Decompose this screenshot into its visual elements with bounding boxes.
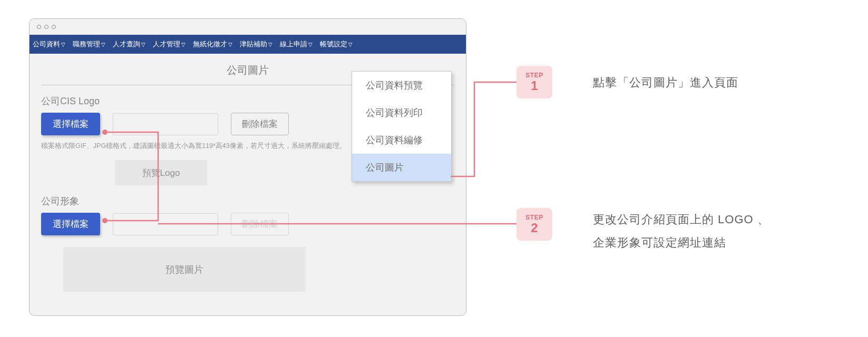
section-label-image: 公司形象 — [41, 195, 454, 207]
traffic-dot — [44, 25, 48, 29]
main-navbar: 公司資料▽ 職務管理▽ 人才查詢▽ 人才管理▽ 無紙化徵才▽ 津貼補助▽ 線上申… — [30, 35, 466, 54]
preview-image-box: 預覽圖片 — [63, 247, 306, 292]
nav-item-job-mgmt[interactable]: 職務管理▽ — [73, 39, 105, 49]
traffic-dot — [52, 25, 56, 29]
dropdown-item-print[interactable]: 公司資料列印 — [352, 99, 451, 126]
chevron-down-icon: ▽ — [348, 42, 353, 47]
choose-file-image-button[interactable]: 選擇檔案 — [41, 213, 100, 235]
dropdown-item-edit[interactable]: 公司資料編修 — [352, 126, 451, 154]
step-number-2: 2 — [531, 221, 538, 235]
chevron-down-icon: ▽ — [181, 42, 186, 47]
step-badge-2: STEP 2 — [516, 208, 552, 241]
delete-file-cis-button[interactable]: 刪除檔案 — [231, 113, 289, 135]
step-label: STEP — [525, 72, 543, 79]
file-slot-cis[interactable] — [113, 113, 218, 135]
dropdown-item-preview[interactable]: 公司資料預覽 — [352, 72, 451, 99]
step-badge-1: STEP 1 — [516, 66, 552, 98]
nav-item-subsidy[interactable]: 津貼補助▽ — [240, 39, 272, 49]
caption-step-2: 更改公司介紹頁面上的 LOGO 、 企業形象可設定網址連結 — [593, 208, 769, 254]
nav-item-paperless[interactable]: 無紙化徵才▽ — [193, 39, 232, 49]
step-number-1: 1 — [531, 79, 538, 93]
chevron-down-icon: ▽ — [141, 42, 145, 47]
nav-item-talent-search[interactable]: 人才查詢▽ — [113, 39, 145, 49]
dropdown-item-image[interactable]: 公司圖片 — [352, 154, 451, 181]
nav-item-account[interactable]: 帳號設定▽ — [320, 39, 353, 49]
file-slot-image[interactable] — [113, 213, 218, 235]
chevron-down-icon: ▽ — [268, 42, 272, 47]
step-label: STEP — [525, 214, 543, 221]
nav-item-online-apply[interactable]: 線上申請▽ — [280, 39, 313, 49]
caption-step-1: 點擊「公司圖片」進入頁面 — [593, 71, 738, 94]
traffic-dot — [37, 25, 41, 29]
chevron-down-icon: ▽ — [308, 42, 313, 47]
delete-file-image-button[interactable]: 刪除檔案 — [231, 213, 289, 235]
company-info-dropdown: 公司資料預覽 公司資料列印 公司資料編修 公司圖片 — [352, 71, 452, 182]
preview-logo-box: 預覽Logo — [115, 160, 207, 185]
chevron-down-icon: ▽ — [228, 42, 232, 47]
window-titlebar — [30, 19, 466, 35]
chevron-down-icon: ▽ — [101, 42, 105, 47]
choose-file-cis-button[interactable]: 選擇檔案 — [41, 113, 100, 135]
chevron-down-icon: ▽ — [61, 42, 65, 47]
nav-item-talent-mgmt[interactable]: 人才管理▽ — [153, 39, 186, 49]
nav-item-company-info[interactable]: 公司資料▽ — [33, 39, 65, 49]
